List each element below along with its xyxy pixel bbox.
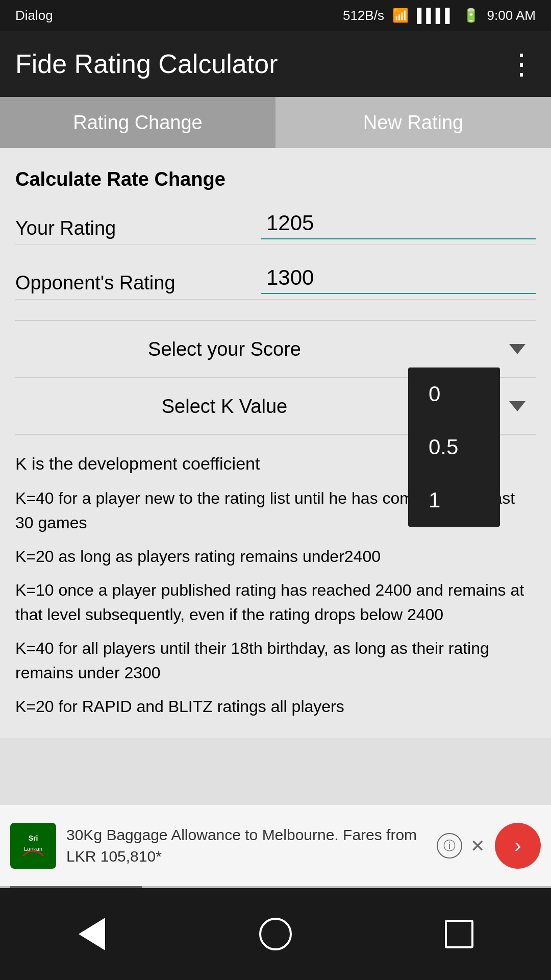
- select-kvalue-label: Select K Value: [15, 396, 434, 418]
- ad-banner: Sri Lankan 30Kg Baggage Allowance to Mel…: [0, 804, 551, 886]
- select-score-control[interactable]: [434, 344, 536, 354]
- nav-recents-button[interactable]: [439, 914, 480, 954]
- home-icon: [259, 918, 292, 950]
- dropdown-item-2[interactable]: 1: [408, 474, 500, 527]
- info-line-3: K=10 once a player published rating has …: [15, 578, 536, 627]
- overflow-menu-icon[interactable]: ⋮: [507, 47, 536, 81]
- info-line-5: K=20 for RAPID and BLITZ ratings all pla…: [15, 694, 536, 719]
- your-rating-label: Your Rating: [15, 217, 261, 239]
- info-line-2: K=20 as long as players rating remains u…: [15, 544, 536, 569]
- tab-new-rating[interactable]: New Rating: [276, 97, 551, 148]
- ad-close-icon[interactable]: ✕: [470, 836, 485, 856]
- nav-back-button[interactable]: [71, 914, 112, 954]
- opponent-rating-label: Opponent's Rating: [15, 272, 261, 294]
- opponent-rating-input[interactable]: [261, 265, 536, 294]
- your-rating-input[interactable]: [261, 211, 536, 239]
- app-title: Fide Rating Calculator: [15, 48, 278, 79]
- tabs-container: Rating Change New Rating: [0, 97, 551, 148]
- nav-bar: [0, 888, 551, 980]
- srilankan-logo-svg: Sri Lankan: [13, 825, 54, 866]
- back-icon: [79, 918, 105, 950]
- status-right: 512B/s 📶 ▌▌▌▌ 🔋 9:00 AM: [343, 8, 536, 23]
- network-speed: 512B/s: [343, 8, 384, 23]
- ad-text: 30Kg Baggage Allowance to Melbourne. Far…: [66, 824, 437, 867]
- tab-rating-change[interactable]: Rating Change: [0, 97, 276, 148]
- app-bar: Fide Rating Calculator ⋮: [0, 31, 551, 97]
- info-line-4: K=40 for all players until their 18th bi…: [15, 636, 536, 685]
- dropdown-item-1[interactable]: 0.5: [408, 421, 500, 474]
- ad-info-icon[interactable]: ⓘ: [437, 833, 462, 859]
- ad-action-button[interactable]: ›: [495, 823, 541, 869]
- wifi-icon: 📶: [392, 8, 409, 23]
- select-kvalue-arrow-icon: [509, 401, 525, 411]
- select-score-arrow-icon: [509, 344, 525, 354]
- battery-icon: 🔋: [463, 8, 479, 23]
- dropdown-item-0[interactable]: 0: [408, 368, 500, 421]
- divider-1: [15, 320, 536, 321]
- score-dropdown: 0 0.5 1: [408, 368, 500, 527]
- recents-icon: [445, 920, 473, 948]
- status-bar: Dialog 512B/s 📶 ▌▌▌▌ 🔋 9:00 AM: [0, 0, 551, 31]
- your-rating-row: Your Rating: [15, 211, 536, 245]
- nav-home-button[interactable]: [255, 914, 296, 954]
- signal-icon: ▌▌▌▌: [417, 8, 455, 23]
- app-name-status: Dialog: [15, 8, 53, 23]
- ad-logo: Sri Lankan: [10, 823, 56, 869]
- select-score-label: Select your Score: [15, 338, 434, 360]
- select-score-row[interactable]: Select your Score: [15, 326, 536, 372]
- time-display: 9:00 AM: [487, 8, 536, 23]
- opponent-rating-row: Opponent's Rating: [15, 265, 536, 300]
- svg-text:Sri: Sri: [29, 834, 38, 842]
- section-title: Calculate Rate Change: [15, 168, 536, 190]
